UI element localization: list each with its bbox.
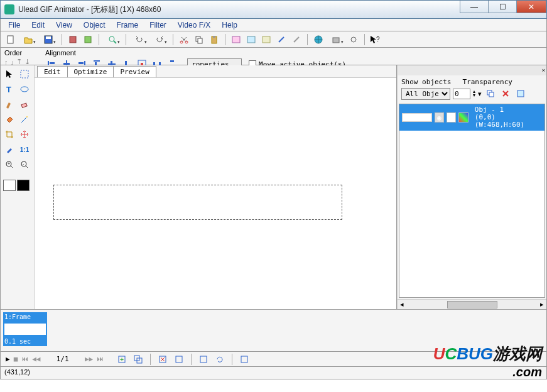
scroll-right-icon[interactable]: ▸ (538, 300, 546, 308)
insert-text-icon[interactable] (245, 33, 257, 46)
foreground-swatch[interactable] (3, 180, 16, 191)
zoom-in-icon[interactable]: + (3, 158, 16, 171)
menu-object[interactable]: Object (79, 19, 111, 31)
fill-tool-icon[interactable] (3, 113, 16, 126)
svg-point-18 (351, 37, 356, 42)
svg-rect-13 (232, 36, 240, 43)
help-pointer-icon[interactable]: ? (369, 33, 382, 46)
crop-tool-icon[interactable] (3, 128, 16, 141)
export-icon[interactable] (327, 33, 345, 46)
frame-props-icon[interactable] (197, 353, 210, 366)
svg-point-5 (109, 36, 114, 41)
save-file-icon[interactable] (40, 33, 57, 46)
canvas[interactable] (35, 78, 396, 309)
global-info-icon[interactable] (238, 353, 251, 366)
marquee-tool-icon[interactable] (18, 68, 31, 80)
zoom-icon[interactable] (104, 33, 121, 46)
show-objects-select[interactable]: All Object: (401, 88, 450, 100)
menu-view[interactable]: View (51, 19, 77, 31)
svg-line-44 (11, 166, 13, 168)
zoom-out-icon[interactable]: - (18, 158, 31, 171)
transparency-label: Transparency (462, 78, 512, 86)
send-backward-icon[interactable]: ↓ (11, 58, 14, 66)
svg-rect-3 (70, 36, 76, 43)
eyedropper-tool-icon[interactable] (3, 143, 16, 156)
move-tool-icon[interactable] (18, 128, 31, 141)
menu-edit[interactable]: Edit (26, 19, 50, 31)
tab-preview[interactable]: Preview (113, 66, 156, 77)
paste-icon[interactable] (208, 33, 220, 46)
minimize-button[interactable]: — (460, 1, 489, 13)
selection-rectangle[interactable] (53, 185, 342, 220)
stop-icon[interactable]: ■ (14, 355, 18, 363)
menu-help[interactable]: Help (217, 19, 242, 31)
background-swatch[interactable] (17, 180, 30, 191)
optimize-icon[interactable] (82, 33, 94, 46)
play-icon[interactable]: ▶ (6, 355, 10, 363)
frame-thumbnail[interactable]: 1:Frame 0.1 sec (3, 312, 47, 346)
menu-file[interactable]: File (3, 19, 25, 31)
next-frame-icon[interactable]: ▶▶ (85, 355, 93, 363)
svg-rect-14 (247, 36, 255, 43)
svg-text:+: + (8, 161, 10, 166)
maximize-button[interactable]: ☐ (488, 1, 517, 13)
svg-rect-12 (213, 36, 215, 38)
first-frame-icon[interactable]: ⏮ (21, 355, 28, 363)
redo-icon[interactable] (151, 33, 168, 46)
object-properties-icon[interactable] (514, 87, 527, 100)
wizard-icon[interactable] (67, 33, 79, 46)
svg-rect-58 (200, 356, 207, 362)
panel-scrollbar[interactable]: ◂ ▸ (398, 299, 546, 309)
zoom-11-icon[interactable]: 1:1 (18, 143, 31, 156)
open-file-icon[interactable] (19, 33, 37, 46)
object-item[interactable]: ◉ Obj - 1 (0,0)(W:468,H:60) (399, 104, 544, 131)
menu-frame[interactable]: Frame (112, 19, 144, 31)
pointer-tool-icon[interactable] (3, 68, 16, 80)
wand-tool-icon[interactable] (18, 113, 31, 126)
ellipse-tool-icon[interactable] (18, 83, 31, 95)
settings-icon[interactable] (347, 33, 360, 46)
lock-toggle-icon[interactable] (447, 112, 456, 122)
svg-text:+: + (120, 356, 124, 363)
duplicate-object-icon[interactable] (484, 87, 497, 100)
prev-frame-icon[interactable]: ◀◀ (32, 355, 40, 363)
window-controls: — ☐ ✕ (460, 1, 546, 13)
visibility-toggle-icon[interactable]: ◉ (435, 112, 444, 122)
duplicate-frame-icon[interactable] (132, 353, 144, 366)
toolbox: T 1:1 + - (1, 65, 35, 309)
delete-object-icon[interactable] (499, 87, 512, 100)
undo-icon[interactable] (131, 33, 148, 46)
menu-videofx[interactable]: Video F/X (173, 19, 215, 31)
new-file-icon[interactable] (4, 33, 17, 46)
frame-label: 1:Frame (4, 313, 46, 320)
preview-browser-icon[interactable] (312, 33, 325, 46)
tab-edit[interactable]: Edit (37, 66, 68, 77)
object-panel: × Show objects Transparency All Object: … (397, 65, 546, 309)
order-label: Order (4, 49, 30, 57)
brush-tool-icon[interactable] (3, 98, 16, 111)
transparency-input[interactable] (453, 89, 470, 99)
tween-frame-icon[interactable] (173, 353, 185, 366)
insert-video-icon[interactable] (260, 33, 273, 46)
eraser-tool-icon[interactable] (18, 98, 31, 111)
delete-frame-icon[interactable] (156, 353, 169, 366)
tab-optimize[interactable]: Optimize (67, 66, 114, 77)
last-frame-icon[interactable]: ⏭ (97, 355, 104, 363)
scroll-left-icon[interactable]: ◂ (398, 300, 406, 308)
panel-close-icon[interactable]: × (542, 67, 545, 74)
scrollbar-thumb[interactable] (447, 301, 497, 308)
transparency-dropdown-icon[interactable]: ▾ (478, 90, 482, 98)
unlink-icon[interactable] (290, 33, 303, 46)
close-button[interactable]: ✕ (516, 1, 546, 13)
copy-icon[interactable] (193, 33, 205, 46)
bring-forward-icon[interactable]: ↑ (4, 58, 8, 66)
insert-image-icon[interactable] (230, 33, 242, 46)
link-icon[interactable] (275, 33, 288, 46)
loop-icon[interactable] (214, 353, 226, 366)
cut-icon[interactable] (178, 33, 190, 46)
text-tool-icon[interactable]: T (3, 83, 16, 95)
add-frame-icon[interactable]: + (116, 353, 128, 366)
transparency-spinner[interactable]: ▴▾ (473, 90, 475, 97)
menu-filter[interactable]: Filter (144, 19, 171, 31)
titlebar: Ulead GIF Animator - [无标题] (1X) 468x60 —… (0, 0, 547, 19)
